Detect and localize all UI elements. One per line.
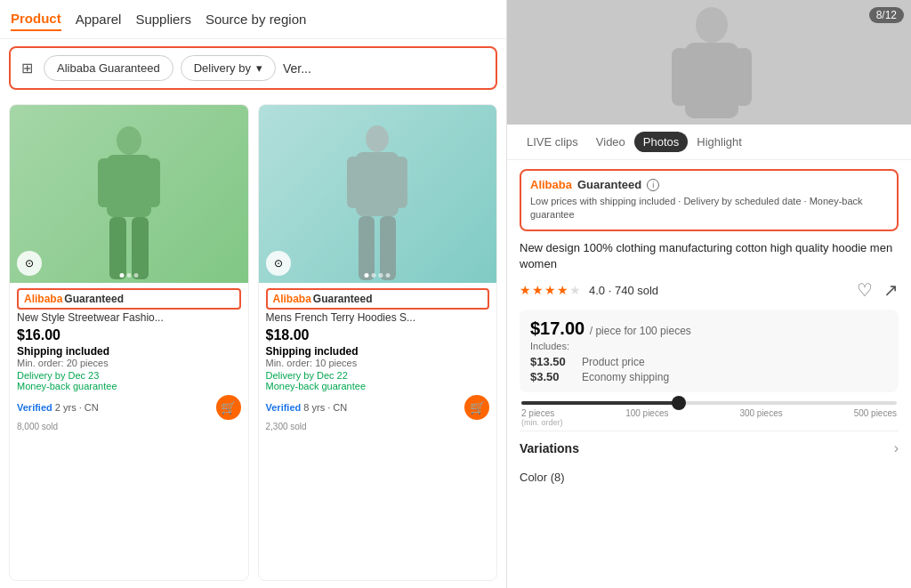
image-dots-2 [365,273,391,278]
nav-product[interactable]: Product [11,7,61,31]
shipping-price-amount: $3.50 [530,370,575,383]
slider-labels: 2 pieces 100 pieces 300 pieces 500 piece… [521,408,897,418]
ag-description: Low prices with shipping included · Deli… [530,195,888,222]
product-card-2[interactable]: ⊙ Alibaba Guaranteed Mens French Terry H… [258,104,498,581]
ag-alibaba-label: Alibaba [530,178,572,191]
alibaba-guaranteed-box: Alibaba Guaranteed i Low prices with shi… [520,169,899,231]
price-per-unit: / piece for 100 pieces [590,325,691,337]
wishlist-icon[interactable]: ♡ [857,279,873,301]
product-footer-2: Verified 8 yrs · CN 🛒 [266,395,490,420]
tab-highlight[interactable]: Highlight [688,132,751,152]
verified-text-1: Verified 2 yrs · CN [17,402,99,413]
product-image-1: ⊙ [10,105,248,283]
badge-guaranteed-1: Guaranteed [64,293,124,305]
svg-rect-9 [394,157,407,208]
product-min-1: Min. order: 20 pieces [17,358,241,368]
color-row: Color (8) [520,465,899,489]
shipping-price-desc: Economy shipping [582,371,669,383]
product-price-2: $18.00 [266,327,490,343]
guaranteed-badge-1: Alibaba Guaranteed [17,288,241,310]
share-icon[interactable]: ↗ [883,279,899,301]
product-price-desc: Product price [582,356,645,368]
svg-rect-7 [356,152,399,216]
badge-guaranteed-2: Guaranteed [313,293,373,305]
nav-source-by-region[interactable]: Source by region [206,8,306,30]
product-shipping-1: Shipping included [17,345,241,358]
left-panel: Product Apparel Suppliers Source by regi… [0,0,507,588]
product-title-1: New Style Streetwear Fashio... [17,311,241,324]
product-title-2: Mens French Terry Hoodies S... [266,311,490,324]
variations-row[interactable]: Variations › [520,431,899,465]
star-rating: ★★★★★ [520,283,582,297]
rating-value: 4.0 · 740 sold [589,284,658,297]
product-footer-1: Verified 2 yrs · CN 🛒 [17,395,241,420]
delivery-by-filter-btn[interactable]: Delivery by ▾ [181,55,276,81]
slider-label-0: 2 pieces [521,408,554,418]
add-to-cart-btn-1[interactable]: 🛒 [216,395,241,420]
image-dots-1 [119,273,138,278]
product-min-2: Min. order: 10 pieces [266,358,490,368]
chevron-down-icon: ▾ [256,61,262,75]
more-filter-label[interactable]: Ver... [283,61,311,76]
svg-rect-11 [380,216,396,280]
svg-rect-5 [132,217,149,279]
scan-icon-1[interactable]: ⊙ [17,251,42,276]
variations-arrow-icon[interactable]: › [894,440,899,456]
image-counter: 8/12 [869,7,904,23]
slider-sublabels: (min. order) [521,418,897,427]
nav-apparel[interactable]: Apparel [76,8,122,30]
add-to-cart-btn-2[interactable]: 🛒 [464,395,489,420]
shipping-price-line: $3.50 Economy shipping [530,370,888,383]
svg-rect-15 [672,48,689,106]
product-shipping-2: Shipping included [266,345,490,358]
years-label-2: 8 yrs · CN [303,402,347,413]
price-section: $17.00 / piece for 100 pieces Includes: … [520,310,899,392]
tab-video[interactable]: Video [587,132,634,152]
product-guarantee-1: Money-back guarantee [17,381,241,391]
rating-row: ★★★★★ 4.0 · 740 sold ♡ ↗ [520,279,899,301]
right-panel: 8/12 LIVE clips Video Photos Highlight A… [507,0,911,588]
product-delivery-1: Delivery by Dec 23 [17,370,241,381]
svg-point-0 [117,126,141,155]
tab-photos[interactable]: Photos [634,132,688,152]
scan-icon-2[interactable]: ⊙ [266,251,291,276]
svg-rect-10 [359,216,375,280]
verified-label-1: Verified [17,402,52,413]
product-grid: ⊙ Alibaba Guaranteed New Style Streetwea… [0,97,506,588]
badge-alibaba-2: Alibaba [273,293,311,305]
media-tabs: LIVE clips Video Photos Highlight [507,125,911,160]
filter-icon[interactable]: ⊞ [21,60,33,77]
info-icon[interactable]: i [647,179,659,191]
svg-rect-3 [146,158,160,207]
svg-point-6 [366,125,389,152]
svg-rect-4 [109,217,126,279]
svg-point-13 [696,7,728,43]
svg-rect-1 [107,155,151,217]
nav-suppliers[interactable]: Suppliers [135,8,191,30]
verified-text-2: Verified 8 yrs · CN [266,402,348,413]
alibaba-guaranteed-filter-btn[interactable]: Alibaba Guaranteed [44,55,173,81]
svg-rect-2 [98,158,112,207]
color-label: Color (8) [520,471,565,484]
ag-title-row: Alibaba Guaranteed i [530,178,888,191]
svg-rect-16 [734,48,752,106]
product-card-1[interactable]: ⊙ Alibaba Guaranteed New Style Streetwea… [9,104,249,581]
slider-thumb[interactable] [672,396,686,410]
quantity-slider-section: 2 pieces 100 pieces 300 pieces 500 piece… [520,401,899,427]
svg-rect-8 [347,157,360,208]
detail-product-title: New design 100% clothing manufacturing c… [520,240,899,272]
top-nav: Product Apparel Suppliers Source by regi… [0,0,506,39]
svg-rect-14 [685,43,738,118]
sold-count-2: 2,300 sold [266,422,490,431]
price-breakdown: $13.50 Product price $3.50 Economy shipp… [530,355,888,383]
tab-live-clips[interactable]: LIVE clips [518,132,587,152]
variations-label: Variations [520,441,579,455]
filter-bar: ⊞ Alibaba Guaranteed Delivery by ▾ Ver..… [9,46,497,90]
product-info-1: New Style Streetwear Fashio... $16.00 Sh… [10,311,248,439]
product-image-detail: 8/12 [507,0,911,125]
includes-label: Includes: [530,341,888,351]
slider-track[interactable] [521,401,897,405]
slider-fill [521,401,679,405]
years-label-1: 2 yrs · CN [55,402,99,413]
product-delivery-2: Delivery by Dec 22 [266,370,490,381]
